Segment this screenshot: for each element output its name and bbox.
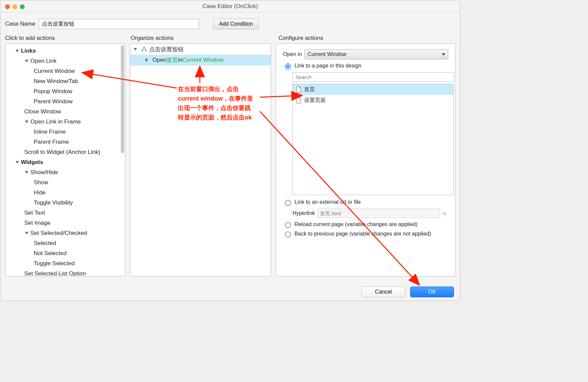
action-page-text: 首页	[166, 56, 178, 64]
chevron-down-icon	[25, 171, 28, 174]
chevron-down-icon	[16, 161, 19, 164]
hyperlink-row: Hyperlink fx	[292, 209, 448, 218]
group-links[interactable]: Links	[7, 46, 125, 56]
header-actions: Click to add actions	[5, 35, 131, 42]
link-external-label: Link to an external url or file	[294, 199, 361, 205]
radio-link-external[interactable]	[285, 200, 291, 206]
page-icon	[296, 97, 301, 104]
action-selected[interactable]: Selected	[7, 238, 125, 248]
action-open-text: Open	[153, 57, 167, 63]
minimize-window-icon[interactable]	[12, 4, 17, 9]
page-home[interactable]: 首页	[293, 84, 453, 95]
chevron-down-icon	[25, 232, 28, 235]
hyperlink-label: Hyperlink	[292, 210, 315, 216]
action-show-hide[interactable]: Show/Hide	[7, 167, 125, 178]
action-current-window[interactable]: Current Window	[7, 66, 125, 76]
chevron-down-icon	[16, 50, 19, 52]
svg-rect-2	[145, 50, 147, 51]
action-parent-frame[interactable]: Parent Frame	[7, 137, 125, 147]
action-show[interactable]: Show	[7, 178, 125, 188]
svg-rect-0	[143, 47, 145, 48]
action-open-link[interactable]: Open Link	[7, 56, 125, 66]
chevron-down-icon	[442, 53, 445, 56]
section-headers: Click to add actions Organize actions Co…	[0, 33, 460, 44]
configure-panel: Open in Current Window Link to a page in…	[276, 44, 455, 276]
chevron-down-icon	[134, 48, 137, 51]
action-scroll-to-widget[interactable]: Scroll to Widget (Anchor Link)	[7, 147, 125, 157]
cancel-button[interactable]: Cancel	[362, 286, 405, 297]
radio-back[interactable]	[285, 231, 291, 238]
action-open-link-in-frame[interactable]: Open Link in Frame	[7, 117, 125, 127]
open-in-label: Open in	[283, 51, 302, 57]
link-external-radio-row[interactable]: Link to an external url or file	[285, 199, 448, 206]
annotation-text: 在当前窗口弹出，点击 current window，在事件里 出现一个事件，点击…	[178, 84, 253, 122]
header-organize: Organize actions	[131, 35, 278, 42]
add-condition-button[interactable]: Add Condition	[213, 19, 259, 29]
reload-label: Reload current page (variable changes ar…	[294, 221, 418, 227]
chevron-down-icon	[25, 60, 28, 62]
action-set-selected-list-option[interactable]: Set Selected List Option	[7, 269, 125, 276]
action-in-text: in	[178, 57, 182, 63]
action-set-selected-checked[interactable]: Set Selected/Checked	[7, 228, 125, 238]
action-toggle-visibility[interactable]: Toggle Visibility	[7, 198, 125, 208]
case-editor-dialog: Case Editor (OnClick) Case Name Add Cond…	[0, 0, 460, 301]
page-settings[interactable]: 设置页面	[293, 95, 453, 106]
case-row[interactable]: 点击设置按钮	[130, 44, 271, 55]
open-in-value: Current Window	[308, 51, 346, 57]
action-inline-frame[interactable]: Inline Frame	[7, 127, 125, 137]
window-title: Case Editor (OnClick)	[0, 0, 460, 12]
header-configure: Configure actions	[278, 35, 455, 42]
hyperlink-input[interactable]	[318, 209, 440, 218]
ok-button[interactable]: OK	[410, 286, 454, 297]
action-hide[interactable]: Hide	[7, 188, 125, 198]
zoom-window-icon[interactable]	[20, 4, 25, 9]
svg-rect-1	[141, 50, 143, 51]
reload-radio-row[interactable]: Reload current page (variable changes ar…	[285, 221, 448, 228]
actions-tree: Links Open Link Current Window New Windo…	[5, 44, 125, 276]
link-design-label: Link to a page in this design	[294, 63, 361, 69]
action-set-image[interactable]: Set Image	[7, 218, 125, 228]
action-target-text: Current Window	[182, 57, 223, 63]
case-name-label: Case Name	[5, 21, 35, 27]
radio-link-design[interactable]	[285, 63, 291, 70]
organize-panel: 点击设置按钮 Open 首页 in Current Window	[130, 44, 271, 276]
radio-reload[interactable]	[285, 222, 291, 228]
close-window-icon[interactable]	[5, 4, 10, 9]
case-label: 点击设置按钮	[149, 46, 184, 53]
open-in-dropdown[interactable]: Current Window	[304, 49, 448, 59]
action-parent-window[interactable]: Parent Window	[7, 97, 125, 107]
chevron-down-icon	[25, 120, 28, 123]
search-input[interactable]	[292, 72, 454, 82]
page-list: 首页 设置页面	[292, 84, 454, 195]
dialog-footer: Cancel OK	[0, 283, 460, 301]
case-name-input[interactable]	[39, 19, 199, 29]
open-in-row: Open in Current Window	[283, 49, 448, 59]
back-radio-row[interactable]: Back to previous page (variable changes …	[285, 231, 448, 238]
scrollbar[interactable]	[121, 45, 124, 153]
action-toggle-selected[interactable]: Toggle Selected	[7, 258, 125, 269]
case-name-row: Case Name Add Condition	[0, 12, 460, 33]
actions-panel: Links Open Link Current Window New Windo…	[5, 44, 125, 276]
action-set-text[interactable]: Set Text	[7, 208, 125, 218]
sitemap-icon	[141, 46, 147, 52]
back-label: Back to previous page (variable changes …	[294, 231, 431, 237]
action-not-selected[interactable]: Not Selected	[7, 248, 125, 258]
page-icon	[296, 86, 301, 93]
action-row[interactable]: Open 首页 in Current Window	[130, 55, 271, 65]
group-widgets[interactable]: Widgets	[7, 157, 125, 167]
link-design-radio-row[interactable]: Link to a page in this design	[285, 63, 448, 70]
window-controls	[5, 4, 25, 9]
action-close-window[interactable]: Close Window	[7, 107, 125, 117]
lightning-bolt-icon	[144, 57, 149, 63]
fx-button[interactable]: fx	[443, 211, 447, 216]
action-popup-window[interactable]: Popup Window	[7, 86, 125, 97]
action-new-window-tab[interactable]: New Window/Tab	[7, 76, 125, 86]
